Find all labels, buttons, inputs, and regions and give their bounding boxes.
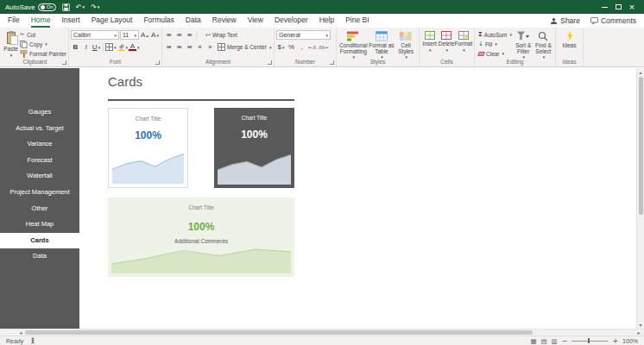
italic-button[interactable]: I — [81, 42, 91, 52]
tab-view[interactable]: View — [248, 14, 263, 28]
page-break-view-button[interactable]: ▥ — [552, 337, 558, 345]
tab-page-layout[interactable]: Page Layout — [92, 14, 133, 28]
scroll-right-icon[interactable]: ▸ — [635, 329, 643, 336]
copy-button[interactable]: Copy▾ — [20, 40, 66, 48]
sidebar-item-gauges[interactable]: Gauges — [0, 104, 79, 121]
align-bottom-button[interactable]: ≡ — [185, 30, 194, 40]
sidebar-item-forecast[interactable]: Forecast — [0, 153, 79, 169]
page-layout-view-button[interactable]: ▤ — [541, 337, 547, 345]
align-middle-button[interactable]: ≡ — [174, 30, 184, 40]
tab-formulas[interactable]: Formulas — [143, 14, 174, 28]
share-button[interactable]: Share — [550, 16, 580, 25]
increase-indent-button[interactable]: » — [205, 42, 215, 52]
sidebar-item-actual-vs-target[interactable]: Actual vs. Target — [0, 121, 79, 137]
cut-button[interactable]: ✂Cut — [20, 30, 66, 39]
kpi-card-dark[interactable]: Chart Title 100% — [214, 108, 294, 188]
comments-button[interactable]: Comments — [590, 16, 636, 25]
number-dialog-launcher-icon[interactable] — [330, 60, 334, 65]
accessibility-icon[interactable] — [29, 337, 36, 344]
align-center-button[interactable]: ≡ — [174, 42, 184, 52]
insert-label: Insert — [423, 41, 437, 47]
horizontal-scroll-thumb[interactable] — [25, 330, 533, 335]
save-button[interactable] — [62, 3, 70, 11]
font-dialog-launcher-icon[interactable] — [155, 60, 160, 65]
accounting-format-button[interactable]: $▾ — [276, 42, 286, 52]
format-as-table-button[interactable]: Format asTable ▾ — [369, 30, 395, 60]
sidebar-item-cards[interactable]: Cards — [0, 233, 79, 249]
decrease-decimal-button[interactable]: .00→ — [318, 42, 328, 52]
autosave-switch[interactable]: On — [38, 3, 56, 11]
align-left-button[interactable]: ≡ — [164, 42, 174, 52]
kpi-card-wide-green[interactable]: Chart Title 100% Additional Comments — [108, 198, 294, 277]
format-painter-button[interactable]: Format Painter — [20, 49, 66, 58]
increase-decimal-button[interactable]: ←.0 — [307, 42, 317, 52]
font-name-combobox[interactable]: Calibri▾ — [71, 30, 119, 40]
sidebar-item-other[interactable]: Other — [0, 201, 79, 217]
sidebar-item-waterfall[interactable]: Waterfall — [0, 168, 79, 185]
maximize-button[interactable] — [611, 0, 625, 14]
redo-button[interactable]: ↷▾ — [91, 3, 99, 11]
insert-cells-button[interactable]: Insert ▾ — [421, 30, 439, 53]
autosum-button[interactable]: ΣAutoSum▾ — [478, 30, 514, 39]
scroll-down-icon[interactable]: ▾ — [637, 321, 644, 329]
redo-caret-icon[interactable]: ▾ — [98, 4, 100, 9]
wrap-text-button[interactable]: ↩Wrap Text — [205, 31, 237, 40]
align-top-button[interactable]: ≡ — [164, 30, 174, 40]
normal-view-button[interactable]: ▦ — [530, 337, 536, 345]
autosave-toggle[interactable]: AutoSave On — [5, 3, 56, 11]
decrease-indent-button[interactable]: « — [195, 42, 205, 52]
clear-button[interactable]: Clear▾ — [478, 49, 514, 58]
tab-insert[interactable]: Insert — [61, 14, 79, 28]
tab-file[interactable]: File — [8, 14, 20, 28]
zoom-slider-thumb[interactable] — [588, 338, 590, 343]
number-format-combobox[interactable]: General▾ — [276, 30, 331, 40]
conditional-formatting-button[interactable]: ConditionalFormatting ▾ — [338, 30, 369, 60]
tab-review[interactable]: Review — [212, 14, 237, 28]
tab-pine-bi[interactable]: Pine BI — [345, 14, 369, 28]
vertical-scroll-thumb[interactable] — [639, 77, 643, 215]
cell-styles-button[interactable]: CellStyles ▾ — [395, 30, 417, 60]
sidebar-item-project-management[interactable]: Project Management — [0, 185, 79, 201]
fill-button[interactable]: ↓Fill▾ — [478, 40, 514, 48]
merge-center-button[interactable]: Merge & Center▾ — [218, 43, 271, 52]
sidebar-item-variance[interactable]: Variance — [0, 136, 79, 153]
minimize-button[interactable] — [597, 0, 611, 14]
sort-filter-button[interactable]: Sort &Filter ▾ — [514, 30, 534, 60]
sidebar-item-heat-map[interactable]: Heat Map — [0, 216, 79, 233]
scroll-up-icon[interactable]: ▴ — [637, 68, 644, 76]
clipboard-dialog-launcher-icon[interactable] — [62, 60, 66, 65]
comma-style-button[interactable]: , — [297, 42, 306, 52]
tab-help[interactable]: Help — [319, 14, 334, 28]
zoom-out-button[interactable]: − — [562, 337, 568, 345]
alignment-dialog-launcher-icon[interactable] — [268, 60, 272, 65]
zoom-slider[interactable] — [571, 341, 608, 342]
delete-cells-button[interactable]: Delete ▾ — [439, 30, 456, 53]
tab-home[interactable]: Home — [31, 14, 51, 28]
find-select-button[interactable]: Find &Select ▾ — [534, 30, 553, 60]
close-button[interactable]: × — [625, 0, 639, 14]
align-right-button[interactable]: ≡ — [185, 42, 194, 52]
horizontal-scrollbar[interactable]: ◂ ▸ — [0, 329, 644, 336]
scroll-left-icon[interactable]: ◂ — [16, 329, 25, 336]
percent-style-button[interactable]: % — [287, 42, 296, 52]
sidebar-item-data[interactable]: Data — [0, 248, 79, 265]
underline-button[interactable]: U▾ — [92, 42, 101, 52]
grow-font-button[interactable]: A▴ — [140, 30, 149, 40]
tab-developer[interactable]: Developer — [275, 14, 308, 28]
borders-button[interactable]: ▾ — [105, 42, 117, 52]
ideas-button[interactable]: Ideas — [559, 30, 581, 48]
format-cells-button[interactable]: Format ▾ — [455, 30, 472, 53]
tab-data[interactable]: Data — [186, 14, 201, 28]
undo-caret-icon[interactable]: ▾ — [82, 4, 85, 9]
kpi-card-light[interactable]: Chart Title 100% — [108, 108, 188, 188]
paste-button[interactable]: Paste ▾ — [3, 30, 18, 58]
vertical-scrollbar[interactable]: ▴ ▾ — [636, 68, 644, 329]
zoom-level[interactable]: 100% — [622, 338, 638, 344]
shrink-font-button[interactable]: A▾ — [150, 30, 160, 40]
font-size-combobox[interactable]: 11▾ — [120, 30, 139, 40]
font-color-button[interactable]: A▾ — [129, 42, 140, 52]
undo-button[interactable]: ↶▾ — [76, 3, 85, 11]
bold-button[interactable]: B — [71, 42, 80, 52]
zoom-in-button[interactable]: + — [612, 337, 618, 345]
fill-color-button[interactable]: ▾ — [117, 42, 129, 52]
